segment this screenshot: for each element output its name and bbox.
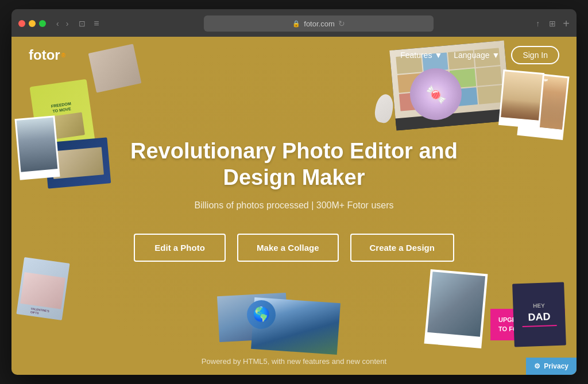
upgrade-line1: UPGRADE xyxy=(498,316,530,323)
address-bar[interactable]: 🔒 fotor.com ↻ xyxy=(204,15,434,32)
traffic-lights xyxy=(18,20,46,27)
logo-trademark: ® xyxy=(61,52,65,59)
valentine-card-decoration: VALENTINE'SGIFTS xyxy=(16,257,69,320)
close-button[interactable] xyxy=(18,20,25,27)
nav-links: Features ▼ Language ▼ Sign In xyxy=(400,46,559,64)
privacy-badge[interactable]: ⚙ Privacy xyxy=(526,358,577,375)
back-button[interactable]: ‹ xyxy=(54,18,61,29)
edit-photo-button[interactable]: Edit a Photo xyxy=(134,234,226,262)
upgrade-banner[interactable]: UPGRADE TO FOTOR PRO ▶ xyxy=(490,309,565,340)
laptop-grid-cell xyxy=(397,73,424,92)
signin-button[interactable]: Sign In xyxy=(511,46,559,64)
hero-buttons: Edit a Photo Make a Collage Create a Des… xyxy=(122,234,466,262)
nav-arrows: ‹ › xyxy=(54,18,71,29)
left-photo-strip xyxy=(14,115,60,180)
features-link[interactable]: Features ▼ xyxy=(400,51,442,60)
language-label: Language xyxy=(454,51,489,60)
tabs-button[interactable]: ⊞ xyxy=(547,17,558,30)
share-button[interactable]: ↑ xyxy=(533,17,542,30)
make-collage-button[interactable]: Make a Collage xyxy=(237,234,338,262)
refresh-button[interactable]: ↻ xyxy=(338,19,345,28)
create-design-button[interactable]: Create a Design xyxy=(350,234,454,262)
hero-footer: Powered by HTML5, with new features and … xyxy=(202,357,386,366)
privacy-label: Privacy xyxy=(544,362,568,370)
hero-content: Revolutionary Photo Editor and Design Ma… xyxy=(110,138,478,261)
laptop-grid-cell xyxy=(451,87,478,107)
browser-actions: ↑ ⊞ + xyxy=(533,17,570,30)
laptop-grid-cell xyxy=(423,71,450,90)
insta-image: #Yogachallenge xyxy=(520,73,567,129)
hero-subtitle: Billions of photos processed | 300M+ Fot… xyxy=(122,200,466,211)
language-link[interactable]: Language ▼ xyxy=(454,51,500,60)
laptop-keyboard xyxy=(396,108,511,130)
blue-card-decoration xyxy=(44,137,111,188)
landscape-photo-1 xyxy=(217,293,288,342)
polaroid-bottom-right xyxy=(424,269,488,348)
hey-dad-card-decoration: HEY DAD xyxy=(512,282,566,347)
minimize-button[interactable] xyxy=(29,20,36,27)
window-control-button[interactable]: ⊡ xyxy=(76,18,88,29)
laptop-grid-cell xyxy=(425,90,451,109)
features-label: Features xyxy=(400,51,432,60)
upgrade-line2: TO FOTOR PRO xyxy=(498,325,546,332)
food-photo-decoration: 🍬 xyxy=(410,68,462,120)
mouse-decoration xyxy=(373,93,395,124)
logo[interactable]: fotor ® xyxy=(29,47,65,63)
globe-decoration: 🌎 xyxy=(245,298,278,331)
photo-strip-decoration xyxy=(498,69,544,130)
browser-window: ‹ › ⊡ ≡ 🔒 fotor.com ↻ ↑ ⊞ + xyxy=(11,9,577,375)
hero-section: FREEDOMTO MOVE #Yogachallenge xyxy=(11,37,577,375)
browser-content: FREEDOMTO MOVE #Yogachallenge xyxy=(11,37,577,375)
polaroid-image xyxy=(427,271,485,337)
features-chevron-icon: ▼ xyxy=(434,51,442,60)
instagram-photo-decoration: #Yogachallenge xyxy=(517,72,569,140)
url-text: fotor.com xyxy=(304,20,334,28)
yellow-card-decoration: FREEDOMTO MOVE xyxy=(29,79,96,161)
laptop-grid-cell xyxy=(477,85,504,104)
forward-button[interactable]: › xyxy=(64,18,71,29)
laptop-grid-cell xyxy=(399,92,425,111)
upgrade-arrow-icon: ▶ xyxy=(548,325,552,332)
menu-button[interactable]: ≡ xyxy=(94,18,99,29)
add-tab-button[interactable]: + xyxy=(563,17,570,30)
navigation: fotor ® Features ▼ Language ▼ Sign In xyxy=(11,37,577,73)
hero-title: Revolutionary Photo Editor and Design Ma… xyxy=(122,138,466,191)
privacy-gear-icon: ⚙ xyxy=(534,362,540,370)
logo-text: fotor xyxy=(29,47,60,63)
browser-chrome: ‹ › ⊡ ≡ 🔒 fotor.com ↻ ↑ ⊞ + xyxy=(11,9,577,37)
landscape-photo-2 xyxy=(251,297,341,355)
language-chevron-icon: ▼ xyxy=(492,51,500,60)
footer-text: Powered by HTML5, with new features and … xyxy=(202,357,386,366)
maximize-button[interactable] xyxy=(39,20,46,27)
lock-icon: 🔒 xyxy=(292,20,300,28)
